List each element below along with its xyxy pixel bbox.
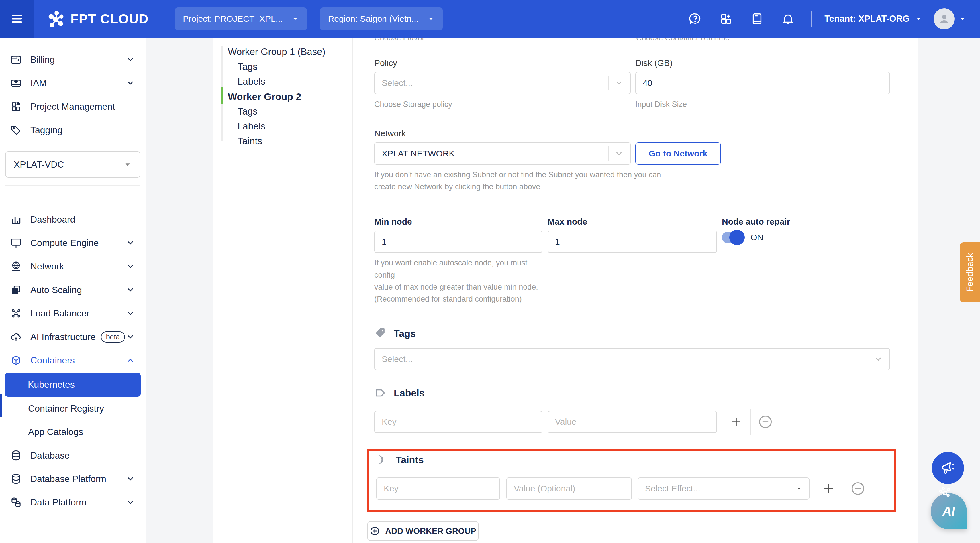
sidebar-item-data-platform[interactable]: Data Platform (0, 491, 146, 514)
sidebar-item-containers[interactable]: Containers (0, 349, 146, 372)
sidebar-item-iam[interactable]: IAM (0, 71, 146, 95)
taints-highlight-box: Taints Select Effect... (368, 449, 896, 512)
network-hint-line2: create new Network by clicking the butto… (374, 181, 890, 193)
disk-size-input[interactable] (635, 72, 890, 94)
cube-icon (10, 354, 22, 366)
nav-wg1-tags[interactable]: Tags (213, 59, 352, 74)
database-icon (10, 449, 22, 461)
nav-label: Labels (237, 76, 265, 87)
plus-circle-icon (370, 526, 380, 536)
sidebar-item-label: Billing (30, 54, 55, 65)
nav-wg2-tags[interactable]: Tags (213, 104, 352, 119)
sidebar: Billing IAM Project Management Tagging X… (0, 38, 146, 543)
tenant-selector-label: Tenant: XPLAT-ORG (824, 14, 910, 24)
label-key-input[interactable] (374, 411, 542, 433)
nav-wg2-labels[interactable]: Labels (213, 119, 352, 134)
sidebar-item-label: Container Registry (28, 403, 104, 414)
chevron-down-icon (615, 79, 623, 87)
sidebar-item-label: Data Platform (30, 497, 86, 508)
sidebar-item-load-balancer[interactable]: Load Balancer (0, 302, 146, 325)
sidebar-item-compute-engine[interactable]: Compute Engine (0, 231, 146, 255)
node-auto-repair-toggle[interactable] (722, 232, 743, 243)
sidebar-item-ai-infrastructure[interactable]: AI Infrastructure beta (0, 325, 146, 349)
go-to-network-button[interactable]: Go to Network (635, 142, 721, 165)
sidebar-item-auto-scaling[interactable]: Auto Scaling (0, 278, 146, 302)
sidebar-item-label: Auto Scaling (30, 285, 82, 295)
tags-placeholder: Select... (382, 354, 413, 364)
tenant-selector[interactable]: Tenant: XPLAT-ORG (824, 14, 922, 24)
sidebar-item-label: Dashboard (30, 214, 75, 225)
project-selector[interactable]: Project: PROJECT_XPL... (175, 8, 307, 30)
project-selector-label: Project: PROJECT_XPL... (183, 14, 283, 24)
brand-logo[interactable]: FPT CLOUD (46, 10, 148, 29)
remove-label-button[interactable] (758, 414, 773, 430)
chevron-down-icon (126, 286, 135, 294)
nav-worker-group-2-active[interactable]: Worker Group 2 (213, 89, 352, 104)
nav-wg2-taints[interactable]: Taints (213, 134, 352, 149)
label-value-input[interactable] (547, 411, 717, 433)
nav-worker-group-1[interactable]: Worker Group 1 (Base) (213, 44, 352, 59)
vdc-selector[interactable]: XPLAT-VDC (5, 151, 140, 178)
sidebar-item-label: Database (30, 450, 70, 461)
layers-icon (10, 284, 22, 295)
sidebar-item-kubernetes-active[interactable]: Kubernetes (5, 373, 141, 397)
plus-icon (730, 416, 742, 427)
sidebar-item-billing[interactable]: Billing (0, 48, 146, 71)
megaphone-icon (940, 460, 956, 476)
policy-select[interactable]: Select... (374, 72, 631, 94)
docs-book-icon[interactable] (751, 12, 764, 25)
sidebar-item-database-platform[interactable]: Database Platform (0, 467, 146, 491)
sidebar-item-tagging[interactable]: Tagging (0, 118, 146, 142)
apps-grid-plus-icon[interactable] (719, 12, 733, 25)
region-selector[interactable]: Region: Saigon (Vietn... (320, 8, 443, 30)
nav-label: Taints (237, 136, 262, 147)
min-node-label: Min node (374, 217, 542, 227)
hamburger-icon (10, 12, 24, 25)
disk-label: Disk (GB) (635, 58, 890, 68)
tags-icon (374, 327, 386, 339)
worker-group-nav: Worker Group 1 (Base) Tags Labels Worker… (213, 38, 353, 543)
beta-badge: beta (101, 331, 125, 343)
add-label-button[interactable] (729, 415, 743, 429)
worker-group-form: Choose Flavor Choose Container Runtime P… (374, 38, 890, 543)
sidebar-item-database[interactable]: Database (0, 444, 146, 467)
active-step-indicator (221, 87, 223, 104)
user-menu-caret-icon[interactable] (959, 16, 966, 22)
user-avatar[interactable] (934, 8, 955, 30)
taint-effect-select[interactable]: Select Effect... (638, 478, 810, 500)
announcements-button[interactable] (932, 452, 964, 484)
sidebar-item-app-catalogs[interactable]: App Catalogs (0, 420, 146, 444)
feedback-tab[interactable]: Feedback (960, 242, 980, 302)
navbar-divider (811, 11, 812, 27)
remove-taint-button[interactable] (850, 481, 865, 496)
network-select[interactable]: XPLAT-NETWORK (374, 142, 631, 165)
taint-key-input[interactable] (376, 478, 500, 500)
notifications-bell-icon[interactable] (781, 12, 795, 25)
menu-button[interactable] (0, 0, 34, 38)
taint-value-input[interactable] (506, 478, 632, 500)
add-taint-button[interactable] (821, 481, 836, 496)
nav-wg1-labels[interactable]: Labels (213, 74, 352, 89)
max-node-input[interactable] (547, 230, 717, 253)
sidebar-item-project-management[interactable]: Project Management (0, 95, 146, 118)
network-hint-line1: If you don’t have an existing Subnet or … (374, 169, 890, 181)
toggle-state-text: ON (751, 233, 764, 242)
id-card-icon (10, 77, 22, 89)
ai-assistant-button[interactable]: AI (931, 493, 967, 529)
add-worker-group-button[interactable]: ADD WORKER GROUP (368, 521, 479, 541)
fpt-molecule-icon (46, 10, 65, 29)
help-chat-icon[interactable] (689, 12, 702, 25)
sidebar-item-label: Tagging (30, 125, 62, 135)
sidebar-item-label: AI Infrastructure (30, 332, 96, 342)
min-node-input[interactable] (374, 230, 542, 253)
sidebar-divider (5, 185, 140, 186)
sidebar-item-dashboard[interactable]: Dashboard (0, 208, 146, 231)
tags-select[interactable]: Select... (374, 348, 890, 370)
sidebar-item-network[interactable]: Network (0, 255, 146, 278)
caret-down-icon (123, 160, 132, 169)
chevron-down-icon (874, 355, 883, 364)
sidebar-item-container-registry[interactable]: Container Registry (0, 397, 146, 420)
navbar-right-group: Tenant: XPLAT-ORG (671, 8, 966, 30)
minus-circle-icon (850, 481, 865, 496)
caret-down-icon (427, 15, 435, 23)
